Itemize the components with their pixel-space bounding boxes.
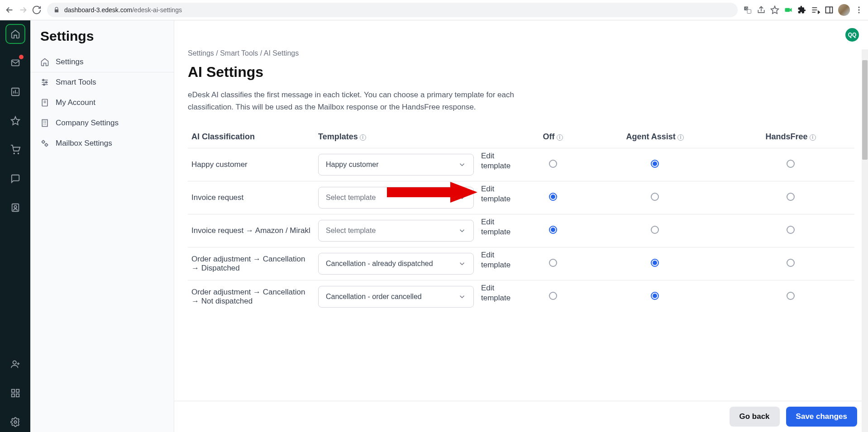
sidebar-item-mailbox-settings[interactable]: Mailbox Settings [30, 133, 174, 154]
sidebar-item-settings[interactable]: Settings [30, 52, 174, 72]
translate-icon[interactable]: G [743, 5, 752, 14]
sidebar-title: Settings [30, 28, 174, 52]
template-select[interactable]: Cancellation - already dispatched [318, 253, 474, 275]
svg-rect-1 [747, 9, 751, 13]
svg-point-19 [14, 421, 17, 423]
template-select[interactable]: Select template [318, 220, 474, 242]
edit-template-link[interactable]: Edit template [477, 214, 523, 247]
scrollbar[interactable] [862, 49, 868, 432]
radio-agent[interactable] [651, 193, 659, 201]
forward-icon[interactable] [18, 5, 28, 15]
svg-point-26 [45, 144, 48, 146]
puzzle-icon[interactable] [797, 5, 806, 14]
radio-handsfree[interactable] [787, 160, 795, 168]
edit-template-link[interactable]: Edit template [477, 181, 523, 214]
info-icon[interactable]: i [557, 134, 563, 141]
classification-name: Happy customer [188, 148, 315, 181]
edit-template-link[interactable]: Edit template [477, 280, 523, 313]
sidebar-item-company-settings[interactable]: Company Settings [30, 113, 174, 133]
playlist-icon[interactable] [811, 5, 820, 14]
radio-agent[interactable] [651, 292, 659, 300]
menu-icon[interactable] [854, 5, 863, 14]
edit-template-link[interactable]: Edit template [477, 148, 523, 181]
svg-point-22 [43, 84, 45, 85]
template-select[interactable]: Select template [318, 187, 474, 209]
profile-avatar[interactable] [838, 4, 850, 16]
table-row: Happy customerHappy customerEdit templat… [188, 148, 854, 181]
chevron-down-icon [458, 194, 466, 202]
svg-rect-17 [11, 394, 14, 397]
classification-name: Order adjustment → Cancellation → Dispat… [188, 247, 315, 280]
crumb[interactable]: Smart Tools [220, 49, 258, 57]
url-text: dashboard-3.edesk.com/edesk-ai-settings [64, 6, 182, 14]
breadcrumbs: Settings / Smart Tools / AI Settings [188, 49, 854, 57]
table-row: Order adjustment → Cancellation → Not di… [188, 280, 854, 313]
table-row: Invoice requestSelect templateEdit templ… [188, 181, 854, 214]
svg-rect-24 [42, 120, 48, 127]
crumb[interactable]: AI Settings [264, 49, 299, 57]
col-agent-assist: Agent Assisti [583, 126, 727, 148]
svg-point-10 [14, 153, 14, 154]
address-bar[interactable]: dashboard-3.edesk.com/edesk-ai-settings [47, 3, 738, 17]
chevron-down-icon [458, 293, 466, 301]
share-icon[interactable] [757, 5, 766, 14]
svg-point-21 [46, 81, 47, 83]
crumb[interactable]: Settings [188, 49, 214, 57]
rail-star[interactable] [5, 111, 25, 131]
scrollbar-thumb[interactable] [862, 60, 868, 160]
radio-off[interactable] [549, 292, 557, 300]
col-off: Offi [523, 126, 583, 148]
lock-icon [53, 7, 60, 13]
col-handsfree: HandsFreei [727, 126, 854, 148]
sidebar-item-label: Mailbox Settings [56, 139, 112, 148]
sidebar-item-smart-tools[interactable]: Smart Tools [30, 72, 174, 93]
user-avatar-badge[interactable]: QQ [845, 28, 859, 42]
template-select[interactable]: Cancellation - order cancelled [318, 286, 474, 308]
rail-add-user[interactable] [5, 354, 25, 374]
sidebar-item-my-account[interactable]: My Account [30, 93, 174, 113]
back-icon[interactable] [5, 5, 14, 15]
template-select[interactable]: Happy customer [318, 154, 474, 176]
radio-off[interactable] [549, 193, 557, 201]
radio-off[interactable] [549, 160, 557, 168]
rail-chart[interactable] [5, 82, 25, 102]
svg-point-13 [14, 205, 17, 208]
svg-point-25 [42, 141, 44, 143]
rail-settings[interactable] [5, 412, 25, 432]
info-icon[interactable]: i [677, 134, 684, 141]
rail-mail[interactable] [5, 53, 25, 73]
go-back-button[interactable]: Go back [730, 407, 780, 427]
radio-handsfree[interactable] [787, 193, 795, 201]
rail-home[interactable] [5, 24, 25, 44]
radio-handsfree[interactable] [787, 259, 795, 267]
rail-chat[interactable] [5, 169, 25, 189]
reload-icon[interactable] [32, 5, 42, 15]
camera-ext-icon[interactable] [784, 5, 793, 14]
building-icon [40, 119, 49, 128]
info-icon[interactable]: i [360, 134, 366, 141]
radio-agent[interactable] [651, 259, 659, 267]
table-row: Invoice request → Amazon / MiraklSelect … [188, 214, 854, 247]
classification-name: Invoice request [188, 181, 315, 214]
radio-off[interactable] [549, 226, 557, 234]
footer-actions: Go back Save changes [174, 401, 868, 432]
sidebar-item-label: My Account [56, 98, 95, 107]
save-changes-button[interactable]: Save changes [786, 407, 857, 427]
svg-rect-4 [826, 7, 833, 13]
radio-agent[interactable] [651, 160, 659, 168]
star-icon[interactable] [770, 5, 779, 14]
chevron-down-icon [458, 161, 466, 169]
radio-off[interactable] [549, 259, 557, 267]
radio-agent[interactable] [651, 226, 659, 234]
table-row: Order adjustment → Cancellation → Dispat… [188, 247, 854, 280]
panel-icon[interactable] [825, 5, 834, 14]
radio-handsfree[interactable] [787, 292, 795, 300]
radio-handsfree[interactable] [787, 226, 795, 234]
page-description: eDesk AI classifies the first message in… [188, 89, 559, 113]
info-icon[interactable]: i [810, 134, 816, 141]
classification-table: AI Classification Templatesi Offi Agent … [188, 126, 854, 313]
rail-contact[interactable] [5, 198, 25, 218]
edit-template-link[interactable]: Edit template [477, 247, 523, 280]
rail-cart[interactable] [5, 140, 25, 160]
rail-apps[interactable] [5, 383, 25, 403]
